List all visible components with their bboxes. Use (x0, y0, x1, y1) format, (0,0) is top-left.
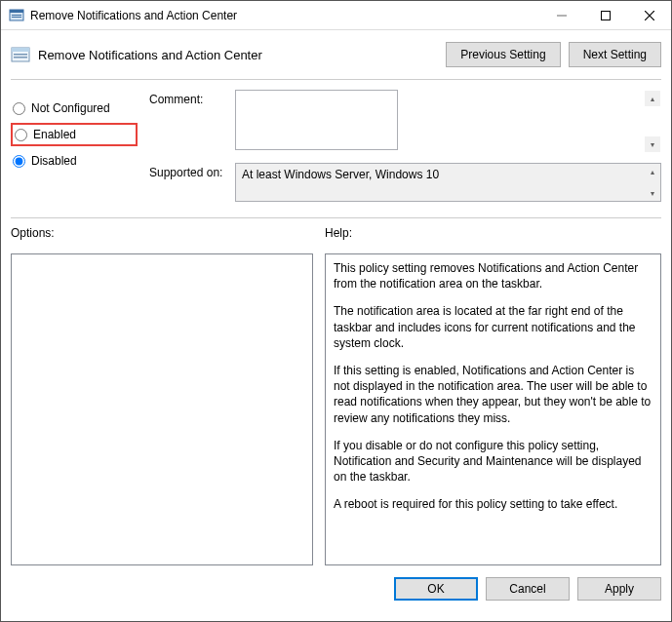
svg-rect-11 (14, 57, 27, 58)
minimize-button[interactable] (539, 1, 583, 29)
previous-setting-button[interactable]: Previous Setting (446, 42, 560, 67)
options-panel (11, 253, 313, 565)
scroll-up-icon[interactable]: ▴ (645, 91, 660, 106)
radio-enabled[interactable]: Enabled (11, 123, 138, 146)
ok-button[interactable]: OK (394, 577, 478, 601)
radio-not-configured[interactable]: Not Configured (11, 97, 138, 119)
divider (11, 79, 661, 80)
scroll-down-icon[interactable]: ▾ (645, 185, 660, 201)
help-panel: This policy setting removes Notification… (325, 253, 661, 565)
supported-on-value: At least Windows Server, Windows 10 (235, 163, 661, 202)
policy-title: Remove Notifications and Action Center (38, 48, 446, 62)
cancel-button[interactable]: Cancel (486, 577, 570, 601)
radio-disabled-label: Disabled (31, 154, 77, 168)
comment-label: Comment: (149, 90, 235, 153)
dialog-button-row: OK Cancel Apply (1, 565, 671, 612)
window-title: Remove Notifications and Action Center (30, 9, 539, 22)
scroll-down-icon[interactable]: ▾ (645, 136, 660, 152)
policy-icon (11, 45, 30, 64)
maximize-button[interactable] (583, 1, 627, 29)
supported-scrollbar[interactable]: ▴ ▾ (645, 164, 660, 201)
close-button[interactable] (627, 1, 671, 29)
help-paragraph: This policy setting removes Notification… (334, 260, 652, 292)
supported-on-label: Supported on: (149, 163, 235, 202)
divider (11, 217, 661, 218)
app-icon (9, 8, 24, 23)
radio-not-configured-input[interactable] (13, 102, 25, 115)
options-label: Options: (11, 226, 325, 240)
scroll-up-icon[interactable]: ▴ (645, 164, 660, 179)
svg-rect-1 (10, 10, 23, 13)
svg-rect-9 (12, 48, 29, 52)
svg-rect-5 (601, 11, 610, 19)
radio-not-configured-label: Not Configured (31, 101, 110, 115)
apply-button[interactable]: Apply (577, 577, 661, 601)
help-paragraph: If this setting is enabled, Notification… (334, 363, 652, 426)
help-paragraph: A reboot is required for this policy set… (334, 496, 652, 512)
help-paragraph: The notification area is located at the … (334, 303, 652, 351)
title-bar: Remove Notifications and Action Center (1, 1, 671, 30)
header-row: Remove Notifications and Action Center P… (1, 30, 671, 75)
radio-disabled-input[interactable] (13, 155, 25, 168)
comment-textarea[interactable] (235, 90, 398, 150)
svg-rect-3 (12, 17, 21, 18)
radio-enabled-input[interactable] (15, 129, 27, 141)
state-radio-group: Not Configured Enabled Disabled (11, 90, 138, 212)
help-paragraph: If you disable or do not configure this … (334, 438, 652, 486)
next-setting-button[interactable]: Next Setting (569, 42, 661, 67)
svg-rect-2 (12, 15, 21, 16)
radio-disabled[interactable]: Disabled (11, 150, 138, 172)
help-label: Help: (325, 226, 352, 240)
radio-enabled-label: Enabled (33, 128, 76, 141)
svg-rect-10 (14, 54, 27, 56)
window-controls (539, 1, 671, 29)
comment-scrollbar[interactable]: ▴ ▾ (645, 91, 660, 152)
